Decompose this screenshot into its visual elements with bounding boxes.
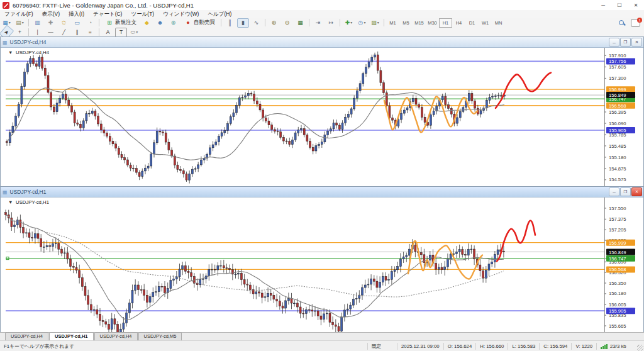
equidistant-channel-icon[interactable]: ∥ — [71, 28, 83, 37]
profiles-icon[interactable]: ▤▾ — [14, 18, 26, 28]
price-axis-ticks-h4: 157.910157.605157.300156.395156.090155.7… — [604, 53, 626, 183]
toolbar-separator — [99, 28, 99, 36]
app-icon — [3, 2, 9, 9]
svg-text:155.905: 155.905 — [609, 128, 626, 133]
chart-icon: ▦ — [3, 189, 8, 195]
timeframe-h4-button[interactable]: H4 — [452, 18, 465, 28]
maximize-button[interactable]: ☐ — [611, 0, 628, 10]
horizontal-line-icon[interactable]: — — [45, 28, 57, 37]
website-icon[interactable]: ⊕ — [167, 18, 179, 28]
chart-tab-1[interactable]: USDJPY-cd,H1 — [49, 332, 94, 340]
chat-icon[interactable]: 1 — [631, 19, 640, 27]
vertical-line-icon[interactable]: | — [31, 28, 43, 37]
resize-grip[interactable] — [637, 345, 643, 351]
menu-item-0[interactable]: ファイル(F) — [0, 10, 38, 18]
svg-text:157.300: 157.300 — [609, 75, 626, 81]
chart-close-button-h1[interactable]: ✕ — [631, 187, 642, 196]
window-controls: ─☐✕ — [595, 0, 644, 10]
connection-traffic: 23/3 kb — [610, 343, 626, 350]
menu-item-1[interactable]: 表示(V) — [38, 10, 64, 18]
periods-dropdown-arrow[interactable]: ▾ — [364, 21, 365, 25]
community-icon[interactable]: ☻ — [154, 18, 166, 28]
timeframe-d1-button[interactable]: D1 — [465, 18, 479, 28]
new-order-icon: ⊞ — [105, 18, 114, 28]
red-wave-annotation-h1[interactable] — [497, 221, 535, 262]
chart-window-titlebar-h1[interactable]: ▦USDJPY-cd,H1─❐✕ — [1, 187, 643, 198]
line-chart-icon[interactable]: ∿ — [250, 18, 262, 28]
zoom-in-icon[interactable]: ⊕ — [268, 18, 280, 28]
new-order-label: 新規注文 — [115, 19, 136, 26]
templates-dropdown-arrow[interactable]: ▾ — [377, 21, 379, 25]
red-wave-annotation-h4[interactable] — [496, 73, 551, 108]
timeframe-mn-button[interactable]: MN — [492, 18, 505, 28]
svg-text:154.875: 154.875 — [609, 166, 626, 172]
navigator-icon[interactable]: ✩ — [58, 18, 70, 28]
svg-text:156.568: 156.568 — [609, 103, 626, 109]
shapes-icon[interactable]: ⬭▾ — [128, 28, 140, 37]
data-window-icon[interactable]: ✚ — [45, 18, 57, 28]
timeframe-m1-button[interactable]: M1 — [386, 18, 399, 28]
moving-average-fast-h1 — [6, 215, 504, 320]
minimize-button[interactable]: ─ — [595, 0, 611, 10]
chart-canvas-h4[interactable]: 157.910157.605157.300156.395156.090155.7… — [1, 48, 643, 186]
menu-item-3[interactable]: チャート(C) — [89, 10, 126, 18]
trendline-icon[interactable]: ╱ — [58, 28, 70, 37]
svg-text:155.905: 155.905 — [609, 308, 626, 314]
one-click-trading-arrow-h4[interactable]: ▼ — [8, 50, 13, 55]
search-icon[interactable] — [618, 19, 626, 27]
menu-item-6[interactable]: ヘルプ(H) — [203, 10, 236, 18]
svg-text:157.205: 157.205 — [609, 227, 626, 233]
candlestick-chart-icon[interactable]: ▮ — [237, 18, 249, 28]
chart-shift-icon[interactable]: ⇥ — [312, 18, 324, 28]
chart-tab-3[interactable]: USDJPY-cd,M5 — [138, 332, 182, 340]
svg-text:156.999: 156.999 — [609, 240, 626, 246]
new-chart-dropdown-arrow[interactable]: ▾ — [9, 21, 11, 25]
fibonacci-icon[interactable]: ≡ — [84, 28, 96, 37]
crosshair-icon[interactable]: + — [14, 28, 26, 37]
toolbar-right-icons: 1 — [618, 19, 640, 27]
application-window: { "window": { "title": "60796940: FXTF-L… — [0, 0, 644, 351]
tile-windows-icon[interactable]: ▦ — [294, 18, 306, 28]
chart-window-titlebar-h4[interactable]: ▦USDJPY-cd,H4─❐✕ — [1, 37, 643, 48]
timeframe-m5-button[interactable]: M5 — [399, 18, 413, 28]
chart-canvas-h1[interactable]: 157.550157.375157.205157.035156.690156.5… — [1, 198, 643, 332]
chart-close-button-h4[interactable]: ✕ — [631, 38, 642, 47]
market-watch-icon[interactable]: ▥ — [31, 18, 43, 28]
templates-icon[interactable]: ▨▾ — [369, 18, 381, 28]
indicators-dropdown-arrow[interactable]: ▾ — [350, 21, 352, 25]
timeframe-h1-button[interactable]: H1 — [439, 18, 452, 28]
text-label-icon[interactable]: T — [115, 28, 127, 37]
autotrading-button[interactable]: ●自動売買 — [180, 18, 218, 28]
chart-minimize-button-h1[interactable]: ─ — [609, 187, 619, 196]
profiles-dropdown-arrow[interactable]: ▾ — [22, 21, 24, 25]
bar-chart-icon[interactable]: ║ — [224, 18, 236, 28]
zoom-out-icon[interactable]: ⊖ — [281, 18, 293, 28]
chart-restore-button-h1[interactable]: ❐ — [620, 187, 631, 196]
strategy-tester-icon[interactable]: ◔ — [84, 18, 96, 28]
timeframe-m30-button[interactable]: M30 — [426, 18, 439, 28]
text-icon[interactable]: A — [102, 28, 114, 37]
svg-text:155.665: 155.665 — [609, 323, 626, 329]
metaeditor-icon[interactable]: ◆ — [141, 18, 153, 28]
chart-restore-button-h4[interactable]: ❐ — [620, 38, 631, 47]
shapes-dropdown-arrow[interactable]: ▾ — [136, 30, 138, 34]
timeframe-w1-button[interactable]: W1 — [479, 18, 492, 28]
terminal-icon[interactable]: ▭ — [71, 18, 83, 28]
one-click-trading-arrow-h1[interactable]: ▼ — [8, 199, 13, 205]
periods-icon[interactable]: ◷▾ — [356, 18, 368, 28]
toolbar-separator — [28, 19, 29, 26]
menu-item-5[interactable]: ウィンドウ(W) — [158, 10, 203, 18]
menu-item-2[interactable]: 挿入(I) — [64, 10, 89, 18]
toolbar-separator — [28, 28, 29, 36]
timeframe-m15-button[interactable]: M15 — [413, 18, 426, 28]
close-button[interactable]: ✕ — [628, 0, 644, 10]
menu-item-4[interactable]: ツール(T) — [126, 10, 158, 18]
titlebar[interactable]: 60796940: FXTF-Live - Goldenway Japan Co… — [0, 0, 644, 11]
chart-tab-0[interactable]: USDJPY-cd,H4 — [5, 332, 48, 340]
auto-scroll-icon[interactable]: ↦ — [325, 18, 337, 28]
toolbar-separator — [99, 19, 99, 26]
chart-tab-2[interactable]: USDJPY-cd,H4 — [94, 332, 138, 340]
new-order-button[interactable]: ⊞新規注文 — [102, 18, 140, 28]
chart-minimize-button-h4[interactable]: ─ — [609, 38, 619, 47]
indicators-icon[interactable]: ✚▾ — [343, 18, 355, 28]
